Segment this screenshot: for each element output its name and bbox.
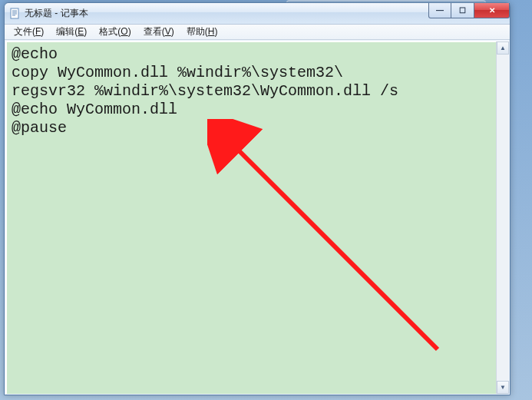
maximize-button[interactable]: ☐ xyxy=(451,3,474,18)
notepad-icon xyxy=(9,8,21,20)
menu-view[interactable]: 查看(V) xyxy=(137,24,180,40)
window-controls: — ☐ ✕ xyxy=(428,3,510,18)
menubar: 文件(F) 编辑(E) 格式(O) 查看(V) 帮助(H) xyxy=(5,25,510,40)
menu-format[interactable]: 格式(O) xyxy=(93,24,137,40)
text-editor-area[interactable]: @echo copy WyCommon.dll %windir%\system3… xyxy=(5,41,509,394)
window-title: 无标题 - 记事本 xyxy=(25,7,88,20)
chevron-up-icon: ▲ xyxy=(500,45,506,51)
menu-file[interactable]: 文件(F) xyxy=(8,24,50,40)
minimize-icon: — xyxy=(436,6,444,15)
maximize-icon: ☐ xyxy=(459,6,466,15)
vertical-scrollbar[interactable]: ▲ ▼ xyxy=(496,41,509,394)
minimize-button[interactable]: — xyxy=(428,3,451,18)
menu-edit[interactable]: 编辑(E) xyxy=(50,24,93,40)
close-button[interactable]: ✕ xyxy=(474,3,510,18)
scroll-down-button[interactable]: ▼ xyxy=(497,381,509,394)
chevron-down-icon: ▼ xyxy=(500,384,506,391)
scroll-up-button[interactable]: ▲ xyxy=(497,41,509,55)
titlebar[interactable]: 无标题 - 记事本 — ☐ ✕ xyxy=(5,3,510,25)
notepad-window: 无标题 - 记事本 — ☐ ✕ 文件(F) 编辑(E) 格式(O) 查看(V) … xyxy=(4,2,511,395)
menu-help[interactable]: 帮助(H) xyxy=(180,24,224,40)
close-icon: ✕ xyxy=(489,6,495,15)
